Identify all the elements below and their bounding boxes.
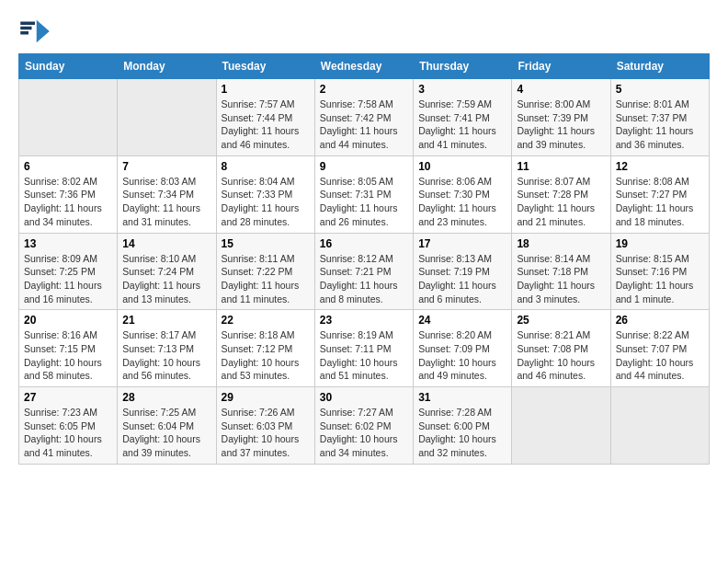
day-number: 30 (320, 391, 408, 404)
day-detail: Sunrise: 8:08 AM Sunset: 7:27 PM Dayligh… (616, 175, 704, 229)
svg-rect-3 (20, 31, 28, 35)
day-cell: 20Sunrise: 8:16 AM Sunset: 7:15 PM Dayli… (19, 310, 118, 387)
day-cell: 13Sunrise: 8:09 AM Sunset: 7:25 PM Dayli… (19, 233, 118, 310)
days-row: SundayMondayTuesdayWednesdayThursdayFrid… (19, 54, 710, 79)
day-number: 16 (320, 237, 408, 250)
day-detail: Sunrise: 8:03 AM Sunset: 7:34 PM Dayligh… (122, 175, 210, 229)
day-number: 9 (320, 160, 408, 173)
day-cell: 14Sunrise: 8:10 AM Sunset: 7:24 PM Dayli… (118, 233, 216, 310)
week-row-3: 13Sunrise: 8:09 AM Sunset: 7:25 PM Dayli… (19, 233, 710, 310)
day-cell: 5Sunrise: 8:01 AM Sunset: 7:37 PM Daylig… (610, 79, 709, 156)
day-cell: 12Sunrise: 8:08 AM Sunset: 7:27 PM Dayli… (610, 155, 709, 233)
calendar-header: SundayMondayTuesdayWednesdayThursdayFrid… (19, 54, 710, 79)
day-detail: Sunrise: 8:01 AM Sunset: 7:37 PM Dayligh… (616, 98, 704, 152)
day-detail: Sunrise: 8:20 AM Sunset: 7:09 PM Dayligh… (418, 328, 506, 383)
page-header (18, 18, 710, 44)
day-detail: Sunrise: 8:02 AM Sunset: 7:36 PM Dayligh… (24, 175, 112, 229)
day-number: 20 (24, 314, 112, 327)
day-cell: 28Sunrise: 7:25 AM Sunset: 6:04 PM Dayli… (118, 387, 216, 465)
day-cell: 2Sunrise: 7:58 AM Sunset: 7:42 PM Daylig… (314, 79, 413, 156)
column-header-saturday: Saturday (610, 54, 709, 79)
day-detail: Sunrise: 8:07 AM Sunset: 7:28 PM Dayligh… (517, 175, 605, 229)
day-cell: 1Sunrise: 7:57 AM Sunset: 7:44 PM Daylig… (216, 79, 314, 156)
day-detail: Sunrise: 7:59 AM Sunset: 7:41 PM Dayligh… (418, 98, 506, 152)
week-row-5: 27Sunrise: 7:23 AM Sunset: 6:05 PM Dayli… (19, 387, 710, 465)
column-header-wednesday: Wednesday (314, 54, 413, 79)
day-cell: 24Sunrise: 8:20 AM Sunset: 7:09 PM Dayli… (414, 310, 512, 387)
column-header-tuesday: Tuesday (216, 54, 314, 79)
day-detail: Sunrise: 8:10 AM Sunset: 7:24 PM Dayligh… (122, 252, 210, 306)
day-detail: Sunrise: 8:14 AM Sunset: 7:18 PM Dayligh… (517, 252, 605, 306)
day-cell (19, 79, 118, 156)
logo-icon (18, 18, 51, 44)
day-number: 12 (616, 160, 704, 173)
day-cell: 16Sunrise: 8:12 AM Sunset: 7:21 PM Dayli… (314, 233, 413, 310)
day-number: 17 (418, 237, 506, 250)
day-number: 28 (122, 391, 210, 404)
day-cell (512, 387, 610, 465)
day-cell: 27Sunrise: 7:23 AM Sunset: 6:05 PM Dayli… (19, 387, 118, 465)
day-number: 22 (222, 314, 310, 327)
day-cell: 17Sunrise: 8:13 AM Sunset: 7:19 PM Dayli… (414, 233, 512, 310)
day-detail: Sunrise: 7:57 AM Sunset: 7:44 PM Dayligh… (222, 98, 310, 152)
day-cell: 3Sunrise: 7:59 AM Sunset: 7:41 PM Daylig… (414, 79, 512, 156)
day-detail: Sunrise: 8:13 AM Sunset: 7:19 PM Dayligh… (418, 252, 506, 306)
day-number: 19 (616, 237, 704, 250)
day-detail: Sunrise: 8:16 AM Sunset: 7:15 PM Dayligh… (24, 328, 112, 383)
day-cell: 26Sunrise: 8:22 AM Sunset: 7:07 PM Dayli… (610, 310, 709, 387)
day-number: 26 (616, 314, 704, 327)
day-cell (118, 79, 216, 156)
day-cell: 19Sunrise: 8:15 AM Sunset: 7:16 PM Dayli… (610, 233, 709, 310)
day-cell: 7Sunrise: 8:03 AM Sunset: 7:34 PM Daylig… (118, 155, 216, 233)
day-cell: 31Sunrise: 7:28 AM Sunset: 6:00 PM Dayli… (414, 387, 512, 465)
day-number: 13 (24, 237, 112, 250)
week-row-2: 6Sunrise: 8:02 AM Sunset: 7:36 PM Daylig… (19, 155, 710, 233)
column-header-monday: Monday (118, 54, 216, 79)
day-detail: Sunrise: 8:12 AM Sunset: 7:21 PM Dayligh… (320, 252, 408, 306)
day-detail: Sunrise: 8:05 AM Sunset: 7:31 PM Dayligh… (320, 175, 408, 229)
day-cell: 9Sunrise: 8:05 AM Sunset: 7:31 PM Daylig… (314, 155, 413, 233)
day-number: 10 (418, 160, 506, 173)
day-detail: Sunrise: 8:09 AM Sunset: 7:25 PM Dayligh… (24, 252, 112, 306)
day-number: 25 (517, 314, 605, 327)
day-number: 1 (222, 83, 310, 96)
day-cell: 25Sunrise: 8:21 AM Sunset: 7:08 PM Dayli… (512, 310, 610, 387)
day-cell: 15Sunrise: 8:11 AM Sunset: 7:22 PM Dayli… (216, 233, 314, 310)
day-detail: Sunrise: 7:23 AM Sunset: 6:05 PM Dayligh… (24, 406, 112, 460)
day-detail: Sunrise: 8:15 AM Sunset: 7:16 PM Dayligh… (616, 252, 704, 306)
day-detail: Sunrise: 8:11 AM Sunset: 7:22 PM Dayligh… (222, 252, 310, 306)
day-detail: Sunrise: 8:00 AM Sunset: 7:39 PM Dayligh… (517, 98, 605, 152)
day-number: 31 (418, 391, 506, 404)
day-cell: 8Sunrise: 8:04 AM Sunset: 7:33 PM Daylig… (216, 155, 314, 233)
day-number: 27 (24, 391, 112, 404)
day-number: 23 (320, 314, 408, 327)
svg-rect-2 (20, 27, 31, 30)
day-number: 11 (517, 160, 605, 173)
day-number: 2 (320, 83, 408, 96)
day-cell: 22Sunrise: 8:18 AM Sunset: 7:12 PM Dayli… (216, 310, 314, 387)
column-header-friday: Friday (512, 54, 610, 79)
day-detail: Sunrise: 8:17 AM Sunset: 7:13 PM Dayligh… (122, 328, 210, 383)
day-cell: 29Sunrise: 7:26 AM Sunset: 6:03 PM Dayli… (216, 387, 314, 465)
day-cell: 18Sunrise: 8:14 AM Sunset: 7:18 PM Dayli… (512, 233, 610, 310)
day-detail: Sunrise: 8:06 AM Sunset: 7:30 PM Dayligh… (418, 175, 506, 229)
day-cell: 11Sunrise: 8:07 AM Sunset: 7:28 PM Dayli… (512, 155, 610, 233)
day-number: 5 (616, 83, 704, 96)
day-number: 21 (122, 314, 210, 327)
day-cell: 10Sunrise: 8:06 AM Sunset: 7:30 PM Dayli… (414, 155, 512, 233)
day-detail: Sunrise: 8:04 AM Sunset: 7:33 PM Dayligh… (222, 175, 310, 229)
day-cell (610, 387, 709, 465)
calendar-body: 1Sunrise: 7:57 AM Sunset: 7:44 PM Daylig… (19, 79, 710, 465)
day-number: 24 (418, 314, 506, 327)
day-cell: 4Sunrise: 8:00 AM Sunset: 7:39 PM Daylig… (512, 79, 610, 156)
logo (18, 18, 55, 44)
calendar-table: SundayMondayTuesdayWednesdayThursdayFrid… (18, 53, 710, 465)
day-detail: Sunrise: 7:25 AM Sunset: 6:04 PM Dayligh… (122, 406, 210, 460)
day-cell: 21Sunrise: 8:17 AM Sunset: 7:13 PM Dayli… (118, 310, 216, 387)
column-header-thursday: Thursday (414, 54, 512, 79)
day-number: 3 (418, 83, 506, 96)
day-number: 18 (517, 237, 605, 250)
day-detail: Sunrise: 7:28 AM Sunset: 6:00 PM Dayligh… (418, 406, 506, 460)
day-cell: 30Sunrise: 7:27 AM Sunset: 6:02 PM Dayli… (314, 387, 413, 465)
day-detail: Sunrise: 7:26 AM Sunset: 6:03 PM Dayligh… (222, 406, 310, 460)
